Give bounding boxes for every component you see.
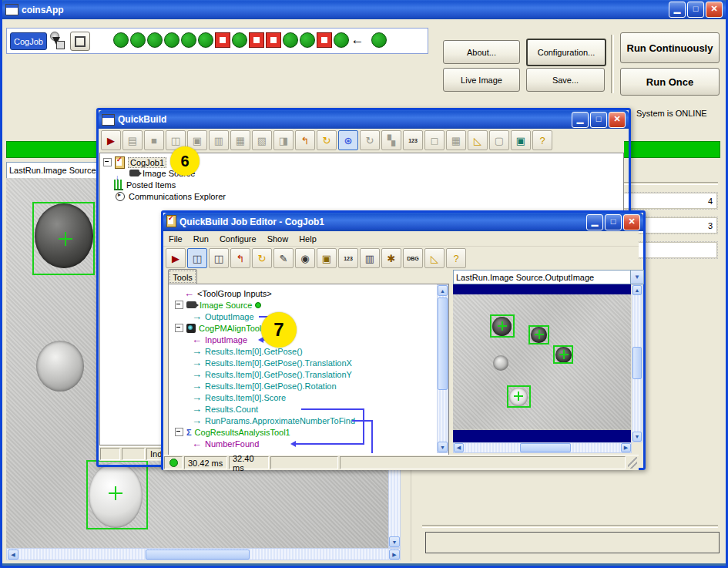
collapse-icon[interactable]: [175, 428, 183, 436]
float-window-icon[interactable]: ◫: [187, 248, 207, 268]
close-button[interactable]: ✕: [706, 2, 723, 18]
tree-item-communications[interactable]: Communications Explorer: [116, 190, 226, 202]
import-icon[interactable]: ↰: [295, 130, 315, 150]
cogjob-button[interactable]: CogJob: [10, 32, 47, 50]
close-button[interactable]: ✕: [609, 112, 626, 128]
chart-icon[interactable]: ▚: [381, 130, 401, 150]
menu-run[interactable]: Run: [188, 233, 214, 245]
scroll-down-arrow[interactable]: ▼: [632, 432, 642, 442]
menu-configure[interactable]: Configure: [214, 233, 262, 245]
scroll-thumb[interactable]: [632, 347, 642, 379]
scroll-left-arrow[interactable]: ◀: [454, 443, 464, 452]
tree-vertical-scrollbar[interactable]: ▲ ▼: [437, 284, 448, 453]
calculator-icon[interactable]: 123: [338, 248, 358, 268]
scroll-thumb[interactable]: [520, 443, 571, 452]
cycle-icon[interactable]: ↻: [360, 130, 380, 150]
scroll-right-arrow[interactable]: ▶: [389, 550, 400, 560]
tree-item-results-count[interactable]: →Results.Count: [192, 403, 258, 415]
collapse-icon[interactable]: [175, 324, 183, 332]
tree-item-cogresultsanalysistool1[interactable]: ΣCogResultsAnalysisTool1: [175, 426, 290, 438]
tools-icon[interactable]: ✱: [381, 248, 401, 268]
ruler-icon[interactable]: ◺: [468, 130, 488, 150]
tree-item-cogjob1[interactable]: CogJob1: [103, 156, 166, 168]
menu-show[interactable]: Show: [262, 233, 294, 245]
values-icon[interactable]: ▥: [360, 248, 380, 268]
tree-item-posted-items[interactable]: Posted Items: [114, 179, 176, 190]
pages-icon[interactable]: ◨: [273, 130, 294, 150]
refresh-icon[interactable]: ↻: [317, 130, 337, 150]
tree-item-cogpmaligntool1[interactable]: CogPMAlignTool1: [175, 322, 266, 334]
about-button[interactable]: About...: [443, 40, 520, 64]
gears-icon[interactable]: ⊛: [338, 130, 358, 150]
collapse-icon[interactable]: [103, 158, 112, 166]
tree-item-numberfound[interactable]: ←NumberFound: [192, 438, 259, 449]
tree-item-translationx[interactable]: →Results.Item[0].GetPose().TranslationX: [192, 357, 352, 368]
message-box[interactable]: [425, 532, 720, 553]
tree-item-outputimage[interactable]: →OutputImage: [192, 311, 254, 322]
viewer-horizontal-scrollbar[interactable]: ◀ ▶: [453, 442, 632, 453]
run-once-button[interactable]: Run Once: [620, 68, 720, 96]
tools-tab[interactable]: Tools: [168, 269, 197, 284]
scroll-right-arrow[interactable]: ▶: [621, 443, 631, 452]
run-icon[interactable]: ▶: [166, 248, 186, 268]
collapse-icon[interactable]: [175, 301, 183, 309]
scroll-thumb[interactable]: [438, 297, 448, 390]
quickbuild-titlebar[interactable]: QuickBuild ▁ □ ✕: [99, 110, 629, 129]
tree-item-inputimage[interactable]: ←InputImage: [192, 334, 247, 345]
minimize-button[interactable]: ▁: [669, 2, 686, 18]
ruler-icon[interactable]: ◺: [424, 248, 445, 268]
job-editor-titlebar[interactable]: QuickBuild Job Editor - CogJob1 ▁ □ ✕: [163, 213, 643, 231]
brush-icon[interactable]: ✎: [273, 248, 294, 268]
display-image-selector[interactable]: LastRun.Image Source.OutputImage ▼: [453, 270, 644, 284]
table-icon[interactable]: ▦: [446, 130, 466, 150]
scroll-down-arrow[interactable]: ▼: [438, 442, 448, 452]
main-titlebar[interactable]: coinsApp ▁ □ ✕: [2, 0, 726, 19]
minimize-button[interactable]: ▁: [586, 214, 603, 230]
minimize-button[interactable]: ▁: [572, 112, 589, 128]
scroll-left-arrow[interactable]: ◀: [8, 550, 18, 560]
menu-file[interactable]: File: [163, 233, 188, 245]
document-icon[interactable]: ▢: [489, 130, 509, 150]
camera-icon[interactable]: ◉: [295, 248, 315, 268]
menu-help[interactable]: Help: [294, 233, 322, 245]
maximize-button[interactable]: □: [687, 2, 704, 18]
float-all-icon[interactable]: ◫: [209, 248, 229, 268]
page-forward-icon[interactable]: ▥: [209, 130, 229, 150]
monitor-icon[interactable]: ▣: [511, 130, 531, 150]
maximize-button[interactable]: □: [590, 112, 607, 128]
notes-icon[interactable]: ▧: [252, 130, 272, 150]
folder-icon[interactable]: ▦: [230, 130, 250, 150]
tree-item-score[interactable]: →Results.Item[0].Score: [192, 392, 286, 403]
open-icon[interactable]: ▤: [122, 130, 143, 150]
viewer-vertical-scrollbar[interactable]: ▲ ▼: [632, 284, 642, 442]
scroll-up-arrow[interactable]: ▲: [438, 285, 448, 296]
save-button[interactable]: Save...: [526, 68, 605, 92]
checklist-icon[interactable]: ▣: [317, 248, 337, 268]
close-button[interactable]: ✕: [623, 214, 640, 230]
tree-item-toolgroup-inputs[interactable]: ←<ToolGroup Inputs>: [184, 287, 272, 299]
left-horizontal-scrollbar[interactable]: ◀ ▶: [6, 548, 401, 560]
scroll-thumb[interactable]: [146, 550, 250, 560]
left-image-selector[interactable]: LastRun.Image Source.C: [6, 162, 99, 179]
window-icon[interactable]: ◻: [424, 130, 445, 150]
help-icon[interactable]: ?: [446, 248, 466, 268]
run-icon[interactable]: ▶: [101, 130, 121, 150]
maximize-button[interactable]: □: [605, 214, 622, 230]
tree-item-image-source[interactable]: Image Source: [175, 299, 261, 311]
run-continuously-button[interactable]: Run Continuously: [620, 32, 720, 63]
tree-item-translationy[interactable]: →Results.Item[0].GetPose().TranslationY: [192, 368, 352, 380]
configuration-button[interactable]: Configuration...: [526, 39, 606, 66]
help-icon[interactable]: ?: [532, 130, 552, 150]
import-icon[interactable]: ↰: [230, 248, 250, 268]
pointer-tool-icon[interactable]: [49, 31, 67, 51]
scroll-down-arrow[interactable]: ▼: [389, 536, 400, 547]
tree-item-getpose[interactable]: →Results.Item[0].GetPose(): [192, 345, 303, 357]
scroll-up-arrow[interactable]: ▲: [632, 285, 642, 295]
calculator-icon[interactable]: 123: [403, 130, 423, 150]
tree-item-approx-number[interactable]: →RunParams.ApproximateNumberToFind: [192, 415, 355, 426]
refresh-icon[interactable]: ↻: [252, 248, 272, 268]
tree-item-rotation[interactable]: →Results.Item[0].GetPose().Rotation: [192, 380, 337, 392]
chevron-down-icon[interactable]: ▼: [630, 271, 643, 284]
debug-icon[interactable]: DBG: [403, 248, 423, 268]
stop-icon[interactable]: ■: [144, 130, 164, 150]
